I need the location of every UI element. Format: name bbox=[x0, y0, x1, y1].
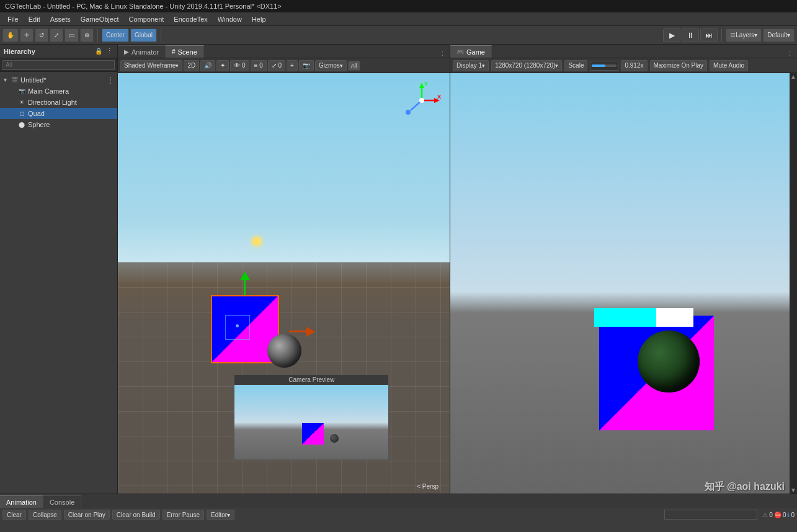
tree-label-dir-light: Directional Light bbox=[28, 99, 77, 106]
tree-label-sphere: Sphere bbox=[28, 121, 50, 128]
menu-edit[interactable]: Edit bbox=[24, 14, 45, 24]
scene-toolbar: Shaded Wireframe 2D 🔊 ✦ 👁 0 ≡ 0 ⤢ 0 + 📷 … bbox=[118, 58, 450, 73]
more-btn[interactable]: + bbox=[287, 60, 298, 71]
tool-hand[interactable]: ✋ bbox=[2, 29, 19, 42]
hierarchy-header: Hierarchy 🔒 ⋮ bbox=[0, 45, 117, 58]
game-sphere bbox=[638, 330, 700, 392]
maximize-on-play-btn[interactable]: Maximize On Play bbox=[650, 60, 708, 71]
menu-window[interactable]: Window bbox=[213, 14, 247, 24]
menu-encodetex[interactable]: EncodeTex bbox=[169, 14, 212, 24]
game-tab-bar: 🎮 Game ⋮ bbox=[450, 45, 797, 58]
tab-scene[interactable]: # Scene bbox=[166, 45, 204, 58]
hierarchy-menu-icon[interactable]: ⋮ bbox=[105, 47, 114, 56]
all-tag[interactable]: All bbox=[348, 61, 360, 71]
error-pause-btn[interactable]: Error Pause bbox=[163, 510, 204, 520]
tool-rect[interactable]: ▭ bbox=[65, 29, 79, 42]
tab-animation[interactable]: Animation bbox=[0, 495, 43, 508]
play-button[interactable]: ▶ bbox=[663, 29, 680, 42]
menu-help[interactable]: Help bbox=[247, 14, 271, 24]
gizmos-dropdown[interactable]: Gizmos bbox=[315, 60, 347, 71]
status-count-1: 0 bbox=[769, 512, 773, 518]
main-layout: Hierarchy 🔒 ⋮ ▼ 🎬 Untitled* ⋮ 📷 Main Ca bbox=[0, 45, 797, 494]
editor-dropdown[interactable]: Editor ▾ bbox=[207, 510, 234, 520]
bottom-tab-bar: Animation Console bbox=[0, 494, 797, 508]
mute-audio-btn[interactable]: Mute Audio bbox=[710, 60, 748, 71]
sphere-object[interactable] bbox=[267, 334, 301, 368]
light-icon: ☀ bbox=[17, 98, 26, 107]
camera-btn[interactable]: 📷 bbox=[299, 60, 314, 71]
audio-btn[interactable]: 🔊 bbox=[200, 60, 215, 71]
pivot-global[interactable]: Global bbox=[130, 29, 157, 42]
display-dropdown[interactable]: Display 1 bbox=[453, 60, 489, 71]
console-search-input[interactable] bbox=[664, 510, 757, 520]
tool-rotate[interactable]: ↺ bbox=[35, 29, 48, 42]
tab-game[interactable]: 🎮 Game bbox=[450, 45, 492, 58]
tree-label-quad: Quad bbox=[28, 110, 45, 117]
fx-btn[interactable]: ✦ bbox=[216, 60, 229, 71]
clear-on-play-btn[interactable]: Clear on Play bbox=[64, 510, 110, 520]
sun-icon: ✺ bbox=[251, 233, 263, 250]
tree-label-untitled: Untitled* bbox=[20, 76, 47, 84]
tree-menu-untitled[interactable]: ⋮ bbox=[106, 75, 115, 85]
scroll-up-arrow[interactable]: ▲ bbox=[790, 73, 796, 80]
hidden-btn[interactable]: 👁 0 bbox=[230, 60, 249, 71]
tree-item-main-camera[interactable]: 📷 Main Camera bbox=[0, 86, 117, 97]
scale-value: 0.912x bbox=[621, 60, 647, 71]
tab-animator[interactable]: ▶ Animator bbox=[118, 45, 166, 58]
scene-viewport[interactable]: Y X ✺ bbox=[118, 73, 450, 494]
tab-console[interactable]: Console bbox=[43, 495, 81, 508]
scale-slider[interactable] bbox=[590, 61, 618, 71]
status-icon-2: ⛔ bbox=[774, 512, 781, 518]
hierarchy-search-input[interactable] bbox=[2, 60, 115, 70]
2d-btn[interactable]: 2D bbox=[184, 60, 199, 71]
camera-preview-viewport bbox=[234, 385, 388, 459]
layout-dropdown[interactable]: Default ▾ bbox=[763, 29, 795, 42]
mesh-icon-sphere: ⬤ bbox=[17, 120, 26, 129]
title-text: CGTechLab - Untitled - PC, Mac & Linux S… bbox=[5, 2, 282, 10]
scene-animator-tab-bar: ▶ Animator # Scene ⋮ bbox=[118, 45, 450, 58]
shading-dropdown[interactable]: Shaded Wireframe bbox=[120, 60, 182, 71]
tool-transform[interactable]: ⊕ bbox=[80, 29, 94, 42]
expand-btn[interactable]: ⤢ 0 bbox=[268, 60, 285, 71]
lock-icon[interactable]: 🔒 bbox=[95, 48, 102, 55]
center-area: ▶ Animator # Scene ⋮ Shaded Wireframe 2D… bbox=[118, 45, 450, 494]
game-tab-icon: 🎮 bbox=[456, 48, 464, 55]
game-panel: 🎮 Game ⋮ Display 1 1280x720 (1280x720) S… bbox=[450, 45, 797, 494]
menu-gameobject[interactable]: GameObject bbox=[76, 14, 124, 24]
collapse-btn[interactable]: Collapse bbox=[29, 510, 61, 520]
pivot-center[interactable]: Center bbox=[102, 29, 129, 42]
game-tab-more[interactable]: ⋮ bbox=[783, 50, 797, 58]
animator-tab-label: Animator bbox=[131, 48, 159, 56]
tool-scale[interactable]: ⤢ bbox=[50, 29, 63, 42]
pause-button[interactable]: ⏸ bbox=[682, 29, 699, 42]
tree-item-quad[interactable]: ◻ Quad bbox=[0, 108, 117, 119]
hierarchy-title: Hierarchy bbox=[4, 48, 92, 55]
game-tab-label: Game bbox=[466, 48, 485, 56]
status-icon-1: ⚠ bbox=[762, 512, 768, 518]
title-bar: CGTechLab - Untitled - PC, Mac & Linux S… bbox=[0, 0, 797, 12]
mesh-icon-quad: ◻ bbox=[17, 109, 26, 118]
layers-dropdown[interactable]: ☰ Layers ▾ bbox=[726, 29, 762, 42]
layers-scene-btn[interactable]: ≡ 0 bbox=[251, 60, 267, 71]
menu-file[interactable]: File bbox=[2, 14, 24, 24]
game-viewport[interactable]: ▲ ▼ bbox=[450, 73, 797, 494]
clear-btn[interactable]: Clear bbox=[2, 510, 26, 520]
scene-icon: 🎬 bbox=[10, 76, 19, 84]
tool-move[interactable]: ✛ bbox=[20, 29, 33, 42]
status-icon-3: ℹ bbox=[787, 512, 790, 518]
menu-assets[interactable]: Assets bbox=[45, 14, 76, 24]
menu-component[interactable]: Component bbox=[123, 14, 169, 24]
step-button[interactable]: ⏭ bbox=[700, 29, 718, 42]
arrow-right-head bbox=[306, 327, 315, 337]
scene-tab-more[interactable]: ⋮ bbox=[435, 50, 450, 58]
tree-item-sphere[interactable]: ⬤ Sphere bbox=[0, 119, 117, 130]
resolution-dropdown[interactable]: 1280x720 (1280x720) bbox=[491, 60, 562, 71]
bottom-area: Animation Console Clear Collapse Clear o… bbox=[0, 494, 797, 532]
clear-on-build-btn[interactable]: Clear on Build bbox=[112, 510, 160, 520]
hierarchy-panel: Hierarchy 🔒 ⋮ ▼ 🎬 Untitled* ⋮ 📷 Main Ca bbox=[0, 45, 118, 494]
game-toolbar: Display 1 1280x720 (1280x720) Scale 0.91… bbox=[450, 58, 797, 73]
scroll-down-arrow[interactable]: ▼ bbox=[790, 487, 796, 494]
tree-item-dir-light[interactable]: ☀ Directional Light bbox=[0, 97, 117, 108]
game-scrollbar[interactable]: ▲ ▼ bbox=[790, 73, 797, 494]
tree-item-untitled[interactable]: ▼ 🎬 Untitled* ⋮ bbox=[0, 74, 117, 86]
